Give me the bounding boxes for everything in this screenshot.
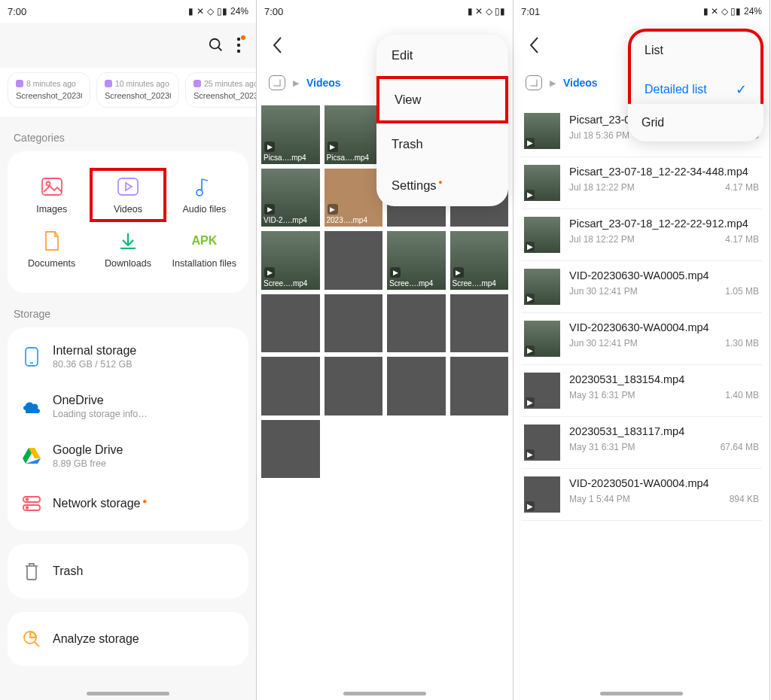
file-name: 20230531_183117.mp4 (569, 425, 759, 439)
file-row[interactable]: ▶Picsart_23-07-18_12-22-34-448.mp4Jul 18… (521, 157, 762, 209)
categories-panel: Images Videos Audio files Documents (8, 151, 248, 293)
chevron-right-icon: ▶ (550, 78, 556, 88)
view-grid[interactable]: Grid (628, 104, 763, 142)
view-mode-menu-bottom: Grid (628, 104, 763, 142)
svg-point-3 (237, 44, 240, 47)
video-label: VID-2….mp4 (264, 216, 307, 224)
video-cell[interactable] (450, 294, 509, 353)
file-size: 1.05 MB (725, 286, 759, 297)
file-size: 4.17 MB (725, 234, 759, 245)
file-name: Picsart_23-07-18_12-22-34-448.mp4 (569, 165, 759, 179)
category-videos[interactable]: Videos (90, 168, 166, 222)
category-downloads[interactable]: Downloads (90, 222, 166, 276)
gesture-bar[interactable] (600, 692, 683, 695)
status-icons: ▮ ✕ ◇ ▯▮ 24% (703, 6, 762, 17)
menu-settings[interactable]: Settings ● (376, 165, 508, 206)
category-images[interactable]: Images (14, 168, 90, 222)
menu-view[interactable]: View (376, 76, 508, 123)
video-label: 2023….mp4 (327, 216, 367, 224)
file-date: Jun 30 12:41 PM (569, 338, 638, 348)
categories-label: Categories (0, 117, 256, 151)
video-cell[interactable] (450, 357, 509, 415)
file-name: Picsart_23-07-18_12-22-22-912.mp4 (569, 217, 759, 231)
play-icon: ▶ (526, 501, 535, 511)
view-list[interactable]: List (631, 32, 760, 69)
category-apk[interactable]: APK Installation files (166, 222, 242, 276)
menu-trash[interactable]: Trash (376, 123, 508, 165)
play-icon: ▶ (526, 138, 535, 148)
play-icon: ▶ (526, 345, 535, 355)
video-cell[interactable] (325, 357, 383, 415)
file-row[interactable]: ▶VID-20230630-WA0005.mp4Jun 30 12:41 PM1… (521, 261, 762, 313)
file-row[interactable]: ▶20230531_183117.mp4May 31 6:31 PM67.64 … (521, 417, 762, 469)
analyze-icon (21, 628, 42, 650)
video-cell[interactable]: ▶Scree….mp4 (387, 231, 446, 290)
play-icon: ▶ (526, 397, 535, 407)
video-cell[interactable]: ▶Picsa….mp4 (325, 105, 383, 164)
play-icon: ▶ (526, 190, 535, 199)
category-documents[interactable]: Documents (14, 222, 90, 276)
video-cell[interactable] (261, 420, 320, 479)
gesture-bar[interactable] (87, 692, 169, 695)
storage-onedrive[interactable]: OneDrive Loading storage info… (8, 382, 248, 431)
file-size: 1.30 MB (725, 338, 759, 348)
storage-internal[interactable]: Internal storage 80.36 GB / 512 GB (8, 332, 248, 382)
battery-icon: ▮ (188, 6, 194, 17)
analyze-item[interactable]: Analyze storage (8, 616, 248, 662)
video-cell[interactable]: ▶VID-2….mp4 (261, 169, 320, 227)
video-cell[interactable] (325, 231, 383, 290)
breadcrumb-videos[interactable]: Videos (306, 77, 341, 89)
breadcrumb-videos[interactable]: Videos (563, 77, 598, 89)
clock: 7:00 (264, 6, 283, 17)
file-size: 4.17 MB (725, 182, 759, 193)
recent-item[interactable]: 10 minutes ago Screenshot_20230718_18493… (96, 72, 179, 108)
file-row[interactable]: ▶VID-20230501-WA0004.mp4May 1 5:44 PM894… (521, 469, 762, 521)
play-icon: ▶ (453, 267, 464, 278)
video-cell[interactable] (325, 294, 383, 353)
trash-panel: Trash (8, 544, 248, 598)
video-label: Scree….mp4 (389, 279, 433, 288)
file-row[interactable]: ▶VID-20230630-WA0004.mp4Jun 30 12:41 PM1… (521, 313, 762, 365)
video-cell[interactable] (261, 294, 320, 353)
back-button[interactable] (523, 33, 545, 57)
recent-item[interactable]: 25 minutes ago Screenshot_20230718_18342… (185, 72, 256, 108)
play-icon: ▶ (328, 204, 338, 215)
video-cell[interactable]: ▶Picsa….mp4 (261, 105, 320, 164)
menu-edit[interactable]: Edit (376, 35, 508, 76)
status-bar: 7:01 ▮ ✕ ◇ ▯▮ 24% (513, 0, 769, 23)
file-row[interactable]: ▶20230531_183154.mp4May 31 6:31 PM1.40 M… (521, 365, 762, 417)
overflow-menu: Edit View Trash Settings ● (376, 35, 508, 206)
video-thumbnail: ▶ (524, 425, 560, 461)
more-icon[interactable] (230, 32, 247, 58)
home-icon[interactable] (269, 75, 285, 90)
file-date: Jul 18 12:22 PM (569, 182, 635, 193)
video-cell[interactable] (261, 357, 320, 415)
storage-googledrive[interactable]: Google Drive 8.89 GB free (8, 431, 248, 481)
mute-icon: ✕ (197, 6, 204, 17)
storage-network[interactable]: Network storage ● (8, 481, 248, 526)
video-label: Scree….mp4 (453, 279, 496, 288)
video-cell[interactable]: ▶Scree….mp4 (261, 231, 320, 290)
gesture-bar[interactable] (343, 692, 426, 695)
video-thumbnail: ▶ (524, 373, 560, 409)
video-cell[interactable]: ▶2023….mp4 (325, 169, 383, 227)
video-cell[interactable] (387, 357, 446, 415)
recent-item[interactable]: 8 minutes ago Screenshot_20230718_1851… (8, 72, 90, 108)
trash-item[interactable]: Trash (8, 549, 248, 594)
video-cell[interactable] (387, 294, 446, 353)
search-icon[interactable] (202, 32, 230, 58)
images-icon (41, 175, 63, 198)
home-icon[interactable] (526, 75, 542, 90)
file-size: 1.40 MB (725, 390, 759, 400)
svg-point-6 (46, 182, 50, 186)
back-button[interactable] (266, 33, 288, 57)
file-name: VID-20230501-WA0004.mp4 (569, 476, 759, 491)
video-cell[interactable]: ▶Scree….mp4 (450, 231, 509, 290)
play-icon: ▶ (390, 267, 401, 278)
play-icon: ▶ (264, 267, 275, 278)
svg-point-0 (210, 39, 220, 49)
category-audio[interactable]: Audio files (166, 168, 242, 222)
file-row[interactable]: ▶Picsart_23-07-18_12-22-22-912.mp4Jul 18… (521, 209, 762, 261)
file-size: 67.64 MB (721, 442, 759, 452)
chevron-right-icon: ▶ (293, 78, 299, 88)
